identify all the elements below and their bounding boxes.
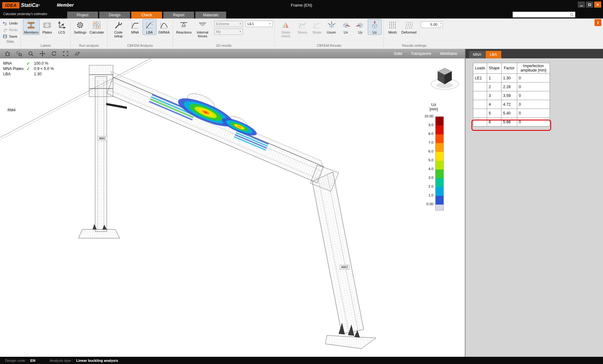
mesh-dots-icon xyxy=(388,20,397,30)
internal-forces-button[interactable]: Internal forces xyxy=(193,19,212,39)
lcs-icon xyxy=(57,20,66,30)
ribbon-group-data: Undo Redo Save Data xyxy=(0,19,20,49)
maximize-button[interactable] xyxy=(586,2,593,8)
redo-icon xyxy=(3,27,8,32)
rotate-icon[interactable] xyxy=(51,51,57,57)
gmnia-curve-icon xyxy=(159,20,169,30)
group-label-data: Data xyxy=(2,39,19,45)
gmnia-button[interactable]: GMNIA xyxy=(157,19,171,35)
zoom-window-icon[interactable] xyxy=(16,51,22,57)
group-label-run-analysis: Run analysis xyxy=(73,43,105,49)
uz-button[interactable]: Uz xyxy=(368,19,382,35)
tab-materials[interactable]: Materials xyxy=(195,12,226,19)
load-case-dropdown[interactable]: LE1 ▼ xyxy=(246,21,273,27)
solid-mode-button[interactable]: Solid xyxy=(394,51,402,56)
minimize-button[interactable] xyxy=(578,2,585,8)
ribbon-separator xyxy=(107,20,107,47)
settings-button[interactable]: Settings xyxy=(73,19,88,35)
zoom-icon[interactable] xyxy=(28,51,34,57)
code-setup-button[interactable]: Code setup xyxy=(109,19,128,39)
deformed-button[interactable]: Deformed xyxy=(400,19,418,35)
member-label-rm4: RM4 xyxy=(8,108,15,112)
color-scale-unit: [mm] xyxy=(420,107,447,111)
undo-button[interactable]: Undo xyxy=(2,20,19,26)
search-box xyxy=(513,12,575,18)
col-header-imperfection: Imperfection amplitude [mm] xyxy=(517,63,550,74)
table-row[interactable]: 3 3.59 0 xyxy=(473,91,550,100)
extreme-dropdown[interactable]: Extreme ▼ xyxy=(214,21,243,27)
save-button[interactable]: Save xyxy=(2,34,19,39)
results-panel: MNA LBA Loads Shape Factor Imperfection … xyxy=(465,49,603,357)
tab-report[interactable]: Report xyxy=(163,12,194,19)
plates-button[interactable]: Plates xyxy=(40,19,54,35)
view-mode-switch: Solid Transparent Wireframe xyxy=(394,51,460,56)
mesh-button[interactable]: Mesh xyxy=(386,19,399,35)
results-panel-tabs: MNA LBA xyxy=(465,49,603,58)
strain-check-button[interactable]: Strain check xyxy=(277,19,295,39)
lcs-button[interactable]: LCS xyxy=(55,19,68,35)
strain-button[interactable]: Strain xyxy=(310,19,324,35)
member-label-am3: AM3 xyxy=(340,265,349,270)
right-leg-member[interactable] xyxy=(310,165,364,334)
3d-viewport[interactable]: MNA ✓ 100.0 % MNA Plates ✓ 0.9 < 5.0 % L… xyxy=(0,58,465,357)
legend-row-mna: MNA ✓ 100.0 % xyxy=(3,61,54,66)
tab-check[interactable]: Check xyxy=(131,12,162,19)
table-row-highlighted[interactable]: 6 5.66 0 xyxy=(473,118,550,126)
table-row[interactable]: 2 2.28 0 xyxy=(473,83,550,91)
navigation-cube[interactable] xyxy=(429,64,460,93)
titlebar: IDEA StatiCa ® Member Frame (EN) × xyxy=(0,0,603,10)
my-dropdown[interactable]: My ▼ xyxy=(214,29,243,35)
tab-design[interactable]: Design xyxy=(99,12,130,19)
lba-button[interactable]: LBA xyxy=(143,19,156,35)
uy-icon xyxy=(356,20,365,30)
strain-icon xyxy=(312,20,322,30)
info-button[interactable]: i xyxy=(595,19,601,26)
beam-member[interactable] xyxy=(107,71,323,183)
search-icon xyxy=(570,13,574,17)
close-button[interactable]: × xyxy=(594,2,601,8)
transparent-mode-button[interactable]: Transparent xyxy=(411,51,431,56)
ribbon-group-results-settings: Mesh Deformed 5.00 ▲ ▼ Results settings xyxy=(384,19,444,49)
spinner-up-icon[interactable]: ▲ xyxy=(439,22,443,25)
legend-row-lba: LBA 1.30 xyxy=(3,71,54,77)
idea-statica-logo: IDEA StatiCa ® xyxy=(2,2,40,8)
maximize-icon xyxy=(588,3,591,6)
lba-curve-icon xyxy=(145,20,154,30)
tab-lba[interactable]: LBA xyxy=(486,51,501,58)
mna-button[interactable]: MNA xyxy=(128,19,142,35)
group-label-cbfem-results: CBFEM Results xyxy=(277,43,382,49)
group-label-results-settings: Results settings xyxy=(386,43,443,49)
tab-project[interactable]: Project xyxy=(67,12,98,19)
chevron-down-icon: ▼ xyxy=(239,31,241,33)
table-row[interactable]: 4 4.72 0 xyxy=(473,100,550,109)
stress-button[interactable]: Stress xyxy=(296,19,309,35)
tab-mna[interactable]: MNA xyxy=(469,51,485,58)
table-row[interactable]: LE1 1 1.30 0 xyxy=(473,74,550,83)
calculate-button[interactable]: Calculate xyxy=(88,19,105,35)
ribbon-group-run-analysis: Settings Calculate Run analysis xyxy=(71,19,107,49)
working-plane-icon[interactable] xyxy=(74,51,80,57)
spinner-down-icon[interactable]: ▼ xyxy=(439,25,443,28)
members-button[interactable]: Members xyxy=(23,19,40,35)
search-input[interactable] xyxy=(513,12,570,17)
uy-button[interactable]: Uy xyxy=(353,19,367,35)
home-view-icon[interactable] xyxy=(4,51,11,57)
deformed-scale-spinner[interactable]: 5.00 ▲ ▼ xyxy=(421,21,443,28)
3d-scene[interactable] xyxy=(0,58,465,357)
redo-button[interactable]: Redo xyxy=(2,27,19,33)
wireframe-mode-button[interactable]: Wireframe xyxy=(440,51,457,56)
usum-button[interactable]: Usum xyxy=(324,19,338,35)
reactions-icon xyxy=(179,20,188,30)
members-icon xyxy=(26,20,36,30)
internal-forces-icon xyxy=(198,20,207,30)
ux-button[interactable]: Ux xyxy=(339,19,353,35)
reactions-button[interactable]: Reactions xyxy=(175,19,193,35)
ux-icon xyxy=(341,20,350,30)
ribbon-group-labels: Members Plates LCS Labels xyxy=(21,19,70,49)
plates-icon xyxy=(42,20,52,30)
save-icon xyxy=(3,34,8,39)
pan-icon[interactable] xyxy=(39,51,46,57)
table-row[interactable]: 5 5.40 0 xyxy=(473,109,550,118)
ribbon-separator xyxy=(383,20,384,47)
zoom-fit-icon[interactable] xyxy=(62,51,69,57)
